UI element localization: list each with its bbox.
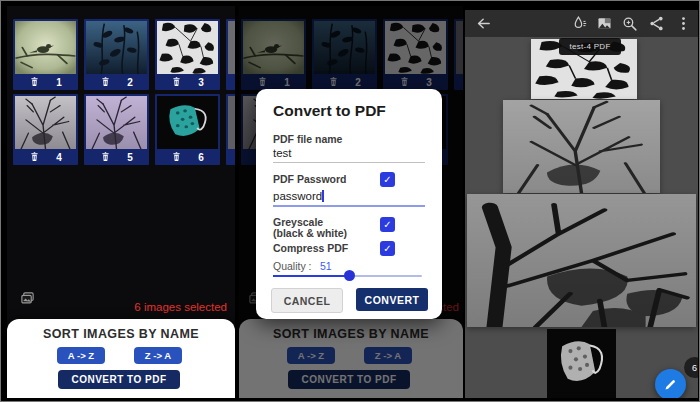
thumbnail-bar: 4 xyxy=(13,149,78,165)
ink-drop-icon[interactable] xyxy=(571,15,588,32)
checkmark-icon: ✓ xyxy=(383,174,391,185)
thumbnail-bar: 1 xyxy=(13,74,78,90)
checkmark-icon: ✓ xyxy=(383,219,391,230)
delete-image-icon[interactable] xyxy=(171,76,182,88)
thumbnail-image-clipped xyxy=(228,21,235,74)
thumbnail-image-purple-branches xyxy=(86,96,147,149)
file-name-underline xyxy=(273,162,425,163)
pdf-page-gray-mask xyxy=(547,329,616,398)
delete-image-icon[interactable] xyxy=(100,76,111,88)
checkmark-icon: ✓ xyxy=(383,243,391,254)
pdf-file-name-label: PDF file name xyxy=(273,133,342,145)
password-underline xyxy=(273,205,425,207)
thumbnail-cell-1[interactable]: 1 xyxy=(13,19,78,90)
overflow-menu-icon[interactable] xyxy=(675,15,692,32)
greyscale-sublabel: (black & white) xyxy=(273,227,347,239)
thumbnail-image-bw-leaves xyxy=(157,21,218,74)
pdf-password-input[interactable]: password xyxy=(273,190,324,202)
thumbnail-bar: 6 xyxy=(155,149,220,165)
thumbnail-image-teal-mask xyxy=(157,96,218,149)
thumbnail-image-blue-leaves xyxy=(86,21,147,74)
thumbnail-number: 1 xyxy=(56,77,62,88)
convert-dialog-panel: 1 2 3 6 images selected xyxy=(239,6,463,398)
thumbnail-bar: 2 xyxy=(84,74,149,90)
image-view-icon[interactable] xyxy=(596,15,613,32)
pdf-password-checkbox[interactable]: ✓ xyxy=(380,172,395,187)
delete-image-icon[interactable] xyxy=(171,151,182,163)
compress-pdf-checkbox[interactable]: ✓ xyxy=(380,241,395,256)
thumbnail-cell-2[interactable]: 2 xyxy=(84,19,149,90)
viewer-toolbar xyxy=(465,10,698,37)
thumbnail-number: 3 xyxy=(198,77,204,88)
convert-to-pdf-dialog: Convert to PDF PDF file name test PDF Pa… xyxy=(256,89,442,319)
slider-thumb[interactable] xyxy=(344,270,355,281)
thumbnail-bar: 5 xyxy=(84,149,149,165)
thumbnail-image-gray-branches xyxy=(15,96,76,149)
thumbnail-number: 6 xyxy=(198,152,204,163)
search-icon[interactable] xyxy=(621,15,638,32)
convert-to-pdf-button[interactable]: CONVERT TO PDF xyxy=(58,370,180,389)
dialog-title: Convert to PDF xyxy=(273,102,386,120)
thumbnail-cell-clipped xyxy=(226,19,235,90)
sort-sheet-title: SORT IMAGES BY NAME xyxy=(7,327,235,341)
gallery-screen-panel: 1 2 3 4 xyxy=(7,6,235,398)
greyscale-checkbox[interactable]: ✓ xyxy=(380,217,395,232)
sort-az-button[interactable]: A -> Z xyxy=(57,347,105,364)
delete-image-icon[interactable] xyxy=(29,76,40,88)
pdf-viewer-panel: test-4 PDF 6 xyxy=(465,6,698,398)
page-count-badge: 6 xyxy=(684,357,698,378)
sort-za-button[interactable]: Z -> A xyxy=(134,347,182,364)
thumbnail-cell-5[interactable]: 5 xyxy=(84,94,149,165)
cancel-button[interactable]: CANCEL xyxy=(271,288,343,313)
pdf-password-label: PDF Password xyxy=(273,173,347,185)
pdf-file-name-input[interactable]: test xyxy=(273,147,292,159)
text-cursor xyxy=(322,190,324,202)
pdf-page-trees xyxy=(467,194,696,327)
pencil-icon xyxy=(663,377,678,392)
thumbnail-number: 4 xyxy=(56,152,62,163)
thumbnail-cell-clipped xyxy=(226,94,235,165)
thumbnail-cell-3[interactable]: 3 xyxy=(155,19,220,90)
thumbnail-cell-6[interactable]: 6 xyxy=(155,94,220,165)
edit-fab[interactable] xyxy=(655,369,686,398)
share-icon[interactable] xyxy=(648,15,665,32)
screenshot-root: 1 2 3 4 xyxy=(0,0,700,402)
compress-pdf-label: Compress PDF xyxy=(273,242,348,254)
sort-bottom-sheet: SORT IMAGES BY NAME A -> Z Z -> A CONVER… xyxy=(7,319,235,398)
thumbnail-number: 5 xyxy=(127,152,133,163)
thumbnail-image-bird xyxy=(15,21,76,74)
slider-fill xyxy=(273,275,349,277)
images-selected-text: 6 images selected xyxy=(134,301,227,313)
pdf-pages-scroll-area[interactable]: test-4 PDF 6 xyxy=(465,37,698,398)
delete-image-icon[interactable] xyxy=(29,151,40,163)
quality-slider[interactable] xyxy=(273,270,422,282)
thumbnail-image-clipped xyxy=(228,96,235,149)
thumbnail-cell-4[interactable]: 4 xyxy=(13,94,78,165)
back-icon[interactable] xyxy=(475,15,492,32)
delete-image-icon[interactable] xyxy=(100,151,111,163)
convert-button[interactable]: CONVERT xyxy=(356,288,428,311)
photo-library-icon[interactable] xyxy=(19,291,36,306)
file-name-toast: test-4 PDF xyxy=(559,38,621,55)
thumbnail-number: 2 xyxy=(127,77,133,88)
thumbnail-bar: 3 xyxy=(155,74,220,90)
pdf-page-gray-branches xyxy=(503,100,660,193)
